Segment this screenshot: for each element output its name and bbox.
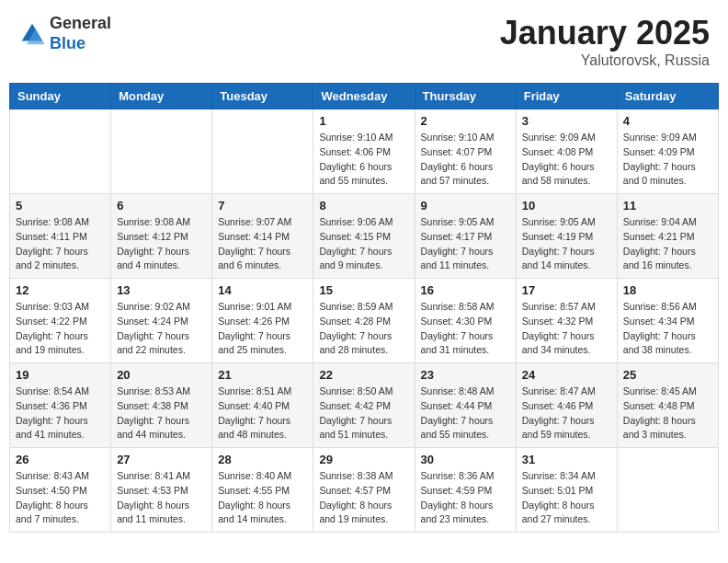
day-info: Sunrise: 9:10 AMSunset: 4:07 PMDaylight:… (421, 131, 510, 189)
calendar-cell: 20Sunrise: 8:53 AMSunset: 4:38 PMDayligh… (111, 363, 212, 448)
calendar-week-row: 5Sunrise: 9:08 AMSunset: 4:11 PMDaylight… (10, 194, 719, 279)
day-number: 20 (117, 368, 206, 382)
calendar-week-row: 26Sunrise: 8:43 AMSunset: 4:50 PMDayligh… (10, 448, 719, 533)
day-number: 10 (522, 199, 611, 213)
day-info: Sunrise: 9:06 AMSunset: 4:15 PMDaylight:… (319, 215, 408, 273)
day-info: Sunrise: 9:04 AMSunset: 4:21 PMDaylight:… (623, 215, 712, 273)
day-number: 2 (421, 114, 510, 128)
day-info: Sunrise: 8:41 AMSunset: 4:53 PMDaylight:… (117, 469, 206, 527)
day-number: 24 (522, 368, 611, 382)
calendar-cell: 25Sunrise: 8:45 AMSunset: 4:48 PMDayligh… (617, 363, 718, 448)
day-number: 6 (117, 199, 206, 213)
logo: General Blue (18, 14, 111, 53)
day-number: 7 (218, 199, 307, 213)
calendar-cell: 10Sunrise: 9:05 AMSunset: 4:19 PMDayligh… (516, 194, 617, 279)
day-info: Sunrise: 9:09 AMSunset: 4:09 PMDaylight:… (623, 131, 712, 189)
day-number: 22 (319, 368, 408, 382)
day-info: Sunrise: 9:01 AMSunset: 4:26 PMDaylight:… (218, 300, 307, 358)
day-number: 4 (623, 114, 712, 128)
calendar-cell: 2Sunrise: 9:10 AMSunset: 4:07 PMDaylight… (415, 109, 516, 194)
day-number: 27 (117, 453, 206, 466)
day-info: Sunrise: 8:51 AMSunset: 4:40 PMDaylight:… (218, 385, 307, 442)
calendar-cell: 16Sunrise: 8:58 AMSunset: 4:30 PMDayligh… (415, 279, 516, 363)
calendar-cell: 1Sunrise: 9:10 AMSunset: 4:06 PMDaylight… (313, 109, 415, 194)
calendar-cell: 8Sunrise: 9:06 AMSunset: 4:15 PMDaylight… (313, 194, 415, 279)
day-info: Sunrise: 8:43 AMSunset: 4:50 PMDaylight:… (16, 469, 105, 527)
calendar-cell: 14Sunrise: 9:01 AMSunset: 4:26 PMDayligh… (212, 279, 313, 363)
calendar-cell: 12Sunrise: 9:03 AMSunset: 4:22 PMDayligh… (10, 279, 111, 363)
calendar-cell: 19Sunrise: 8:54 AMSunset: 4:36 PMDayligh… (10, 363, 111, 448)
day-info: Sunrise: 9:10 AMSunset: 4:06 PMDaylight:… (319, 131, 408, 189)
day-number: 31 (522, 453, 611, 466)
day-info: Sunrise: 8:48 AMSunset: 4:44 PMDaylight:… (421, 385, 510, 442)
calendar-cell: 6Sunrise: 9:08 AMSunset: 4:12 PMDaylight… (111, 194, 212, 279)
weekday-header-saturday: Saturday (617, 84, 718, 109)
day-info: Sunrise: 8:59 AMSunset: 4:28 PMDaylight:… (319, 300, 408, 358)
day-number: 18 (623, 283, 712, 297)
day-number: 9 (421, 199, 510, 213)
calendar-week-row: 1Sunrise: 9:10 AMSunset: 4:06 PMDaylight… (10, 109, 719, 194)
calendar-cell: 13Sunrise: 9:02 AMSunset: 4:24 PMDayligh… (111, 279, 212, 363)
calendar-cell: 17Sunrise: 8:57 AMSunset: 4:32 PMDayligh… (516, 279, 617, 363)
day-info: Sunrise: 8:57 AMSunset: 4:32 PMDaylight:… (522, 300, 611, 358)
calendar-cell (111, 109, 212, 194)
day-number: 29 (319, 453, 408, 466)
day-info: Sunrise: 8:50 AMSunset: 4:42 PMDaylight:… (319, 385, 408, 442)
calendar-cell: 31Sunrise: 8:34 AMSunset: 5:01 PMDayligh… (516, 448, 617, 533)
day-info: Sunrise: 8:58 AMSunset: 4:30 PMDaylight:… (421, 300, 510, 358)
day-info: Sunrise: 9:05 AMSunset: 4:19 PMDaylight:… (522, 215, 611, 273)
logo-blue-text: Blue (50, 34, 111, 54)
calendar-cell: 9Sunrise: 9:05 AMSunset: 4:17 PMDaylight… (415, 194, 516, 279)
day-info: Sunrise: 8:34 AMSunset: 5:01 PMDaylight:… (522, 469, 611, 527)
day-number: 14 (218, 283, 307, 297)
logo-text: General Blue (50, 14, 111, 53)
calendar-cell: 5Sunrise: 9:08 AMSunset: 4:11 PMDaylight… (10, 194, 111, 279)
day-info: Sunrise: 8:56 AMSunset: 4:34 PMDaylight:… (623, 300, 712, 358)
day-number: 28 (218, 453, 307, 466)
weekday-header-thursday: Thursday (415, 84, 516, 109)
day-info: Sunrise: 9:09 AMSunset: 4:08 PMDaylight:… (522, 131, 611, 189)
weekday-header-wednesday: Wednesday (313, 84, 415, 109)
calendar-week-row: 12Sunrise: 9:03 AMSunset: 4:22 PMDayligh… (10, 279, 719, 363)
day-number: 8 (319, 199, 408, 213)
title-block: January 2025 Yalutorovsk, Russia (500, 14, 710, 69)
calendar-cell: 21Sunrise: 8:51 AMSunset: 4:40 PMDayligh… (212, 363, 313, 448)
calendar-cell: 29Sunrise: 8:38 AMSunset: 4:57 PMDayligh… (313, 448, 415, 533)
calendar-cell: 27Sunrise: 8:41 AMSunset: 4:53 PMDayligh… (111, 448, 212, 533)
page-header: General Blue January 2025 Yalutorovsk, R… (9, 9, 719, 74)
day-number: 26 (16, 453, 105, 466)
calendar-week-row: 19Sunrise: 8:54 AMSunset: 4:36 PMDayligh… (10, 363, 719, 448)
calendar-cell: 28Sunrise: 8:40 AMSunset: 4:55 PMDayligh… (212, 448, 313, 533)
calendar-cell: 11Sunrise: 9:04 AMSunset: 4:21 PMDayligh… (617, 194, 718, 279)
calendar-cell: 4Sunrise: 9:09 AMSunset: 4:09 PMDaylight… (617, 109, 718, 194)
weekday-header-row: SundayMondayTuesdayWednesdayThursdayFrid… (10, 84, 719, 109)
day-number: 16 (421, 283, 510, 297)
day-number: 17 (522, 283, 611, 297)
day-info: Sunrise: 9:05 AMSunset: 4:17 PMDaylight:… (421, 215, 510, 273)
day-number: 30 (421, 453, 510, 466)
day-info: Sunrise: 8:47 AMSunset: 4:46 PMDaylight:… (522, 385, 611, 442)
calendar-cell: 18Sunrise: 8:56 AMSunset: 4:34 PMDayligh… (617, 279, 718, 363)
calendar-cell: 7Sunrise: 9:07 AMSunset: 4:14 PMDaylight… (212, 194, 313, 279)
calendar-cell: 24Sunrise: 8:47 AMSunset: 4:46 PMDayligh… (516, 363, 617, 448)
calendar-subtitle: Yalutorovsk, Russia (500, 52, 710, 69)
day-number: 23 (421, 368, 510, 382)
day-info: Sunrise: 8:38 AMSunset: 4:57 PMDaylight:… (319, 469, 408, 527)
day-number: 19 (16, 368, 105, 382)
calendar-cell (617, 448, 718, 533)
calendar-cell: 22Sunrise: 8:50 AMSunset: 4:42 PMDayligh… (313, 363, 415, 448)
day-info: Sunrise: 8:36 AMSunset: 4:59 PMDaylight:… (421, 469, 510, 527)
day-number: 3 (522, 114, 611, 128)
day-info: Sunrise: 9:03 AMSunset: 4:22 PMDaylight:… (16, 300, 105, 358)
day-info: Sunrise: 8:54 AMSunset: 4:36 PMDaylight:… (16, 385, 105, 442)
calendar-cell: 30Sunrise: 8:36 AMSunset: 4:59 PMDayligh… (415, 448, 516, 533)
calendar-cell: 23Sunrise: 8:48 AMSunset: 4:44 PMDayligh… (415, 363, 516, 448)
logo-general-text: General (50, 14, 111, 34)
weekday-header-tuesday: Tuesday (212, 84, 313, 109)
day-info: Sunrise: 8:45 AMSunset: 4:48 PMDaylight:… (623, 385, 712, 442)
calendar-cell: 3Sunrise: 9:09 AMSunset: 4:08 PMDaylight… (516, 109, 617, 194)
logo-icon (18, 20, 46, 48)
calendar-cell (212, 109, 313, 194)
calendar-cell (10, 109, 111, 194)
calendar-cell: 15Sunrise: 8:59 AMSunset: 4:28 PMDayligh… (313, 279, 415, 363)
